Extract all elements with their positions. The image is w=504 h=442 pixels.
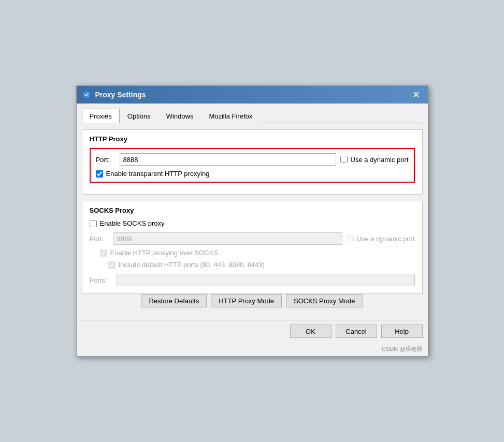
http-transparent-row: Enable transparent HTTP proxying: [96, 170, 409, 178]
socks-port-label: Port:: [90, 235, 109, 243]
http-dynamic-port-row: Use a dynamic port: [340, 156, 409, 164]
http-proxy-section: HTTP Proxy Port: Use a dynamic port Enab…: [82, 129, 423, 195]
http-port-label: Port:: [96, 156, 116, 164]
socks-proxy-mode-button[interactable]: SOCKS Proxy Mode: [286, 294, 363, 307]
socks-port-input[interactable]: [113, 232, 342, 245]
http-dynamic-port-label: Use a dynamic port: [351, 156, 409, 164]
include-default-ports-label: Include default HTTP ports (80, 443, 808…: [119, 261, 265, 269]
socks-dynamic-port-row: Use a dynamic port: [347, 235, 415, 243]
help-button[interactable]: Help: [381, 325, 423, 338]
dialog-body: Proxies Options Windows Mozilla Firefox …: [77, 104, 428, 320]
http-proxy-title: HTTP Proxy: [90, 135, 415, 143]
socks-ports-row: Ports:: [90, 274, 415, 286]
enable-socks-row: Enable SOCKS proxy: [90, 219, 415, 227]
title-bar: Proxy Settings ✕: [77, 86, 428, 104]
http-port-input[interactable]: [120, 153, 336, 166]
http-proxy-highlight-box: Port: Use a dynamic port Enable transpar…: [90, 148, 415, 183]
ok-button[interactable]: OK: [290, 325, 332, 338]
enable-socks-checkbox[interactable]: [90, 220, 97, 227]
tab-mozilla-firefox[interactable]: Mozilla Firefox: [201, 109, 260, 123]
socks-dynamic-port-checkbox[interactable]: [347, 235, 354, 242]
socks-ports-input[interactable]: [117, 274, 415, 286]
http-over-socks-checkbox[interactable]: [100, 249, 107, 257]
tab-proxies[interactable]: Proxies: [82, 109, 120, 123]
include-default-ports-row: Include default HTTP ports (80, 443, 808…: [90, 261, 415, 269]
http-over-socks-label: Enable HTTP proxying over SOCKS: [110, 249, 219, 257]
close-button[interactable]: ✕: [410, 89, 423, 101]
http-dynamic-port-checkbox[interactable]: [340, 156, 348, 163]
socks-proxy-section: SOCKS Proxy Enable SOCKS proxy Port: Use…: [82, 201, 423, 294]
title-bar-left: Proxy Settings: [82, 90, 146, 99]
tabs-bar: Proxies Options Windows Mozilla Firefox: [82, 109, 423, 123]
socks-port-row: Port: Use a dynamic port: [90, 232, 415, 245]
shield-icon: [82, 90, 91, 99]
http-over-socks-row: Enable HTTP proxying over SOCKS: [90, 249, 415, 257]
dialog-title: Proxy Settings: [95, 91, 146, 99]
socks-dynamic-port-label: Use a dynamic port: [357, 235, 415, 243]
socks-proxy-title: SOCKS Proxy: [90, 207, 415, 214]
socks-ports-label: Ports:: [90, 276, 112, 284]
http-transparent-checkbox[interactable]: [96, 170, 103, 178]
include-default-ports-checkbox[interactable]: [108, 261, 116, 269]
tab-windows[interactable]: Windows: [159, 109, 201, 123]
http-transparent-label[interactable]: Enable transparent HTTP proxying: [106, 170, 210, 178]
tab-options[interactable]: Options: [120, 109, 159, 123]
watermark: CSDN @乐老师: [77, 343, 428, 356]
bottom-buttons-row: Restore Defaults HTTP Proxy Mode SOCKS P…: [82, 294, 423, 307]
proxy-settings-dialog: Proxy Settings ✕ Proxies Options Windows…: [76, 85, 428, 357]
ok-cancel-row: OK Cancel Help: [77, 320, 428, 343]
enable-socks-label[interactable]: Enable SOCKS proxy: [100, 219, 165, 227]
http-port-row: Port: Use a dynamic port: [96, 153, 409, 166]
restore-defaults-button[interactable]: Restore Defaults: [141, 294, 207, 307]
cancel-button[interactable]: Cancel: [336, 325, 377, 338]
http-proxy-mode-button[interactable]: HTTP Proxy Mode: [211, 294, 282, 307]
